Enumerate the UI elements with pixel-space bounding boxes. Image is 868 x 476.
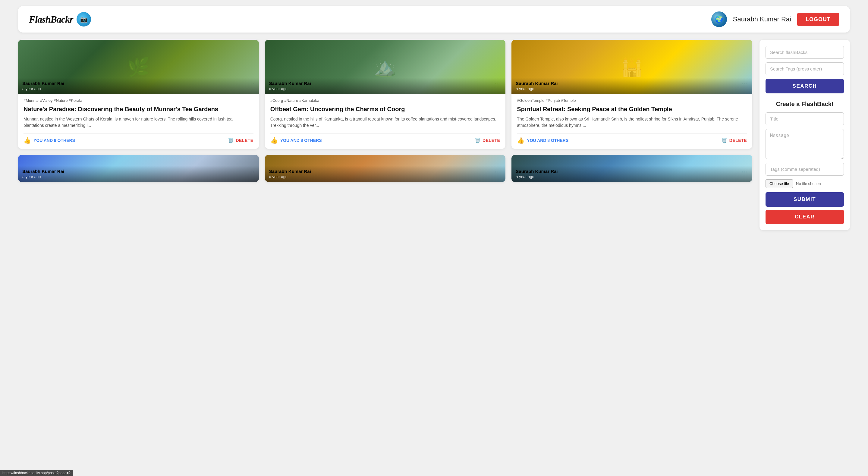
like-count: YOU AND 8 OTHERS (527, 138, 568, 143)
logo-text: FlashBackr (29, 14, 73, 25)
card-image-overlay: Saurabh Kumar Rai a year ago ··· (265, 78, 506, 94)
create-section-title: Create a FlashBack! (766, 101, 844, 107)
camera-icon: 📷 (76, 12, 91, 27)
card-menu-dots[interactable]: ··· (495, 81, 501, 87)
card-tags: #GoldenTemple #Punjab #Temple (517, 98, 747, 103)
table-row: Saurabh Kumar Rai a year ago ··· #Golden… (512, 40, 752, 149)
title-input[interactable] (766, 113, 844, 125)
card-footer: 👍 YOU AND 8 OTHERS 🗑️ DELETE (517, 133, 747, 144)
delete-label: DELETE (236, 138, 253, 143)
like-icon[interactable]: 👍 (517, 137, 524, 144)
card-image-overlay: Saurabh Kumar Rai a year ago ··· (18, 166, 259, 182)
card-image: Saurabh Kumar Rai a year ago ··· (265, 155, 506, 182)
card-menu-dots[interactable]: ··· (742, 81, 748, 87)
status-url: https://flashbackr.netlify.app/posts?pag… (2, 471, 70, 475)
trash-icon: 🗑️ (475, 138, 481, 144)
card-footer: 👍 YOU AND 9 OTHERS 🗑️ DELETE (24, 133, 253, 144)
status-bar: https://flashbackr.netlify.app/posts?pag… (0, 470, 73, 476)
like-section: 👍 YOU AND 8 OTHERS (517, 137, 568, 144)
card-excerpt: Munnar, nestled in the Western Ghats of … (24, 116, 253, 129)
search-flashbacks-input[interactable] (766, 46, 844, 59)
card-title: Nature's Paradise: Discovering the Beaut… (24, 105, 253, 113)
tags-input[interactable] (766, 163, 844, 176)
trash-icon: 🗑️ (228, 138, 234, 144)
card-excerpt: The Golden Temple, also known as Sri Har… (517, 116, 747, 129)
like-section: 👍 YOU AND 9 OTHERS (24, 137, 75, 144)
search-button[interactable]: SEARCH (766, 79, 844, 93)
message-textarea[interactable] (766, 129, 844, 159)
card-author: Saurabh Kumar Rai (516, 169, 558, 174)
avatar: 🌍 (711, 11, 727, 27)
card-image-overlay: Saurabh Kumar Rai a year ago ··· (512, 78, 752, 94)
card-author: Saurabh Kumar Rai (269, 169, 311, 174)
card-author: Saurabh Kumar Rai (269, 81, 311, 86)
table-row: Saurabh Kumar Rai a year ago ··· #Coorg … (265, 40, 506, 149)
card-image: Saurabh Kumar Rai a year ago ··· (18, 155, 259, 182)
delete-label: DELETE (730, 138, 747, 143)
sidebar: SEARCH Create a FlashBack! Choose file N… (760, 40, 850, 230)
no-file-text: No file chosen (796, 181, 821, 186)
file-upload-row: Choose file No file chosen (766, 179, 844, 188)
table-row: Saurabh Kumar Rai a year ago ··· (512, 155, 752, 182)
card-time: a year ago (22, 174, 64, 179)
card-title: Offbeat Gem: Uncovering the Charms of Co… (270, 105, 500, 113)
card-time: a year ago (516, 87, 558, 91)
card-author: Saurabh Kumar Rai (22, 169, 64, 174)
card-image: Saurabh Kumar Rai a year ago ··· (265, 40, 506, 94)
trash-icon: 🗑️ (721, 138, 727, 144)
logout-button[interactable]: LOGOUT (797, 13, 839, 26)
choose-file-button[interactable]: Choose file (766, 179, 793, 188)
cards-grid: Saurabh Kumar Rai a year ago ··· #Munnar… (18, 40, 752, 182)
card-image: Saurabh Kumar Rai a year ago ··· (512, 155, 752, 182)
card-image-overlay: Saurabh Kumar Rai a year ago ··· (18, 78, 259, 94)
card-image-overlay: Saurabh Kumar Rai a year ago ··· (512, 166, 752, 182)
table-row: Saurabh Kumar Rai a year ago ··· (18, 155, 259, 182)
header-right: 🌍 Saurabh Kumar Rai LOGOUT (711, 11, 839, 27)
card-body: #Munnar #Valley #Nature #Kerala Nature's… (18, 94, 259, 149)
table-row: Saurabh Kumar Rai a year ago ··· (265, 155, 506, 182)
card-menu-dots[interactable]: ··· (495, 169, 501, 175)
like-section: 👍 YOU AND 8 OTHERS (270, 137, 322, 144)
card-body: #Coorg #Nature #Karnataka Offbeat Gem: U… (265, 94, 506, 149)
card-image: Saurabh Kumar Rai a year ago ··· (512, 40, 752, 94)
table-row: Saurabh Kumar Rai a year ago ··· #Munnar… (18, 40, 259, 149)
card-time: a year ago (269, 87, 311, 91)
user-name: Saurabh Kumar Rai (733, 15, 791, 23)
card-body: #GoldenTemple #Punjab #Temple Spiritual … (512, 94, 752, 149)
delete-button[interactable]: 🗑️ DELETE (228, 138, 253, 144)
submit-button[interactable]: SUBMIT (766, 192, 844, 207)
like-count: YOU AND 8 OTHERS (280, 138, 322, 143)
delete-button[interactable]: 🗑️ DELETE (721, 138, 747, 144)
card-time: a year ago (516, 174, 558, 179)
card-tags: #Munnar #Valley #Nature #Kerala (24, 98, 253, 103)
main-content: Saurabh Kumar Rai a year ago ··· #Munnar… (18, 40, 850, 230)
delete-label: DELETE (483, 138, 500, 143)
card-time: a year ago (22, 87, 64, 91)
card-image-overlay: Saurabh Kumar Rai a year ago ··· (265, 166, 506, 182)
like-count: YOU AND 9 OTHERS (33, 138, 75, 143)
delete-button[interactable]: 🗑️ DELETE (475, 138, 500, 144)
card-title: Spiritual Retreat: Seeking Peace at the … (517, 105, 747, 113)
search-tags-input[interactable] (766, 62, 844, 75)
card-footer: 👍 YOU AND 8 OTHERS 🗑️ DELETE (270, 133, 500, 144)
card-time: a year ago (269, 174, 311, 179)
like-icon[interactable]: 👍 (24, 137, 31, 144)
card-menu-dots[interactable]: ··· (248, 81, 255, 87)
header: FlashBackr 📷 🌍 Saurabh Kumar Rai LOGOUT (18, 6, 850, 33)
card-author: Saurabh Kumar Rai (22, 81, 64, 86)
card-menu-dots[interactable]: ··· (248, 169, 255, 175)
card-tags: #Coorg #Nature #Karnataka (270, 98, 500, 103)
card-menu-dots[interactable]: ··· (742, 169, 748, 175)
clear-button[interactable]: CLEAR (766, 210, 844, 224)
card-author: Saurabh Kumar Rai (516, 81, 558, 86)
card-image: Saurabh Kumar Rai a year ago ··· (18, 40, 259, 94)
card-excerpt: Coorg, nestled in the hills of Karnataka… (270, 116, 500, 129)
like-icon[interactable]: 👍 (270, 137, 278, 144)
logo-area: FlashBackr 📷 (29, 12, 91, 27)
